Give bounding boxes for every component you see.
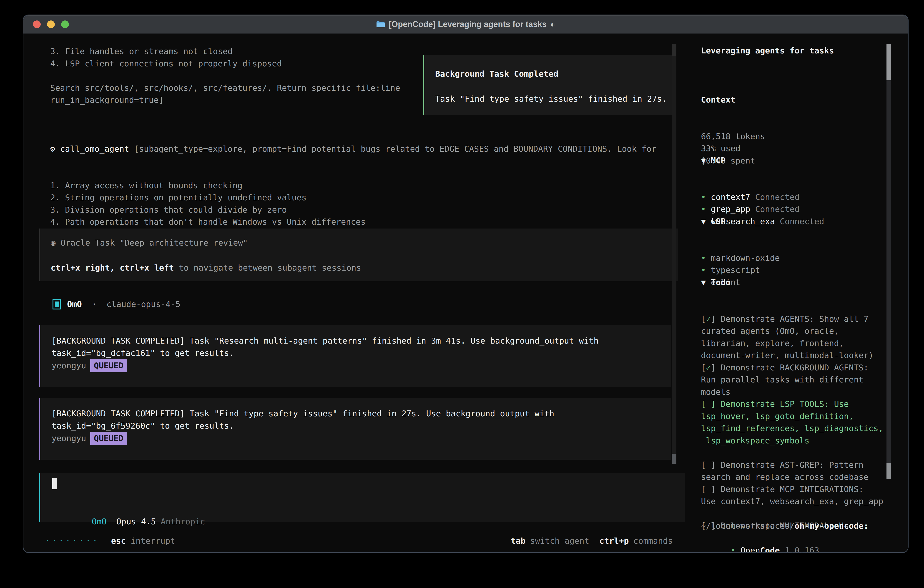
version-line: • OpenCode 1.0.163 <box>701 532 819 553</box>
app-version: 1.0.163 <box>785 546 819 553</box>
list-item: 3. Division operations that could divide… <box>50 204 657 216</box>
spinner-icon: ········ <box>45 535 99 547</box>
lsp-heading: LSP <box>711 217 726 226</box>
traffic-lights <box>33 15 69 33</box>
tool-call-header: ⚙ call_omo_agent [subagent_type=explore,… <box>50 143 657 155</box>
task-result-card: [BACKGROUND TASK COMPLETED] Task "Resear… <box>39 325 672 387</box>
todo-item-line: [✓] Demonstrate BACKGROUND AGENTS: <box>701 362 883 374</box>
main-scrollbar-thumb[interactable] <box>672 454 676 464</box>
todo-item-line: librarian, explore, frontend, <box>701 337 883 350</box>
minimize-button[interactable] <box>47 20 55 28</box>
todo-item-line: lsp_hover, lsp_goto_definition, <box>701 410 883 423</box>
subagent-nav-hint: ctrl+x right, ctrl+x left to navigate be… <box>51 262 678 274</box>
gear-icon: ⚙ <box>50 144 55 154</box>
list-item: 1. Array access without bounds checking <box>50 179 657 192</box>
terminal-content: 3. File handles or streams not closed4. … <box>23 34 908 552</box>
lsp-section-header[interactable]: ▼ LSP <box>701 215 780 228</box>
switch-agent-hint: tabswitch agent <box>511 535 589 547</box>
sidebar-session-title: Leveraging agents for tasks <box>701 45 834 57</box>
todo-item-line: [ ] Demonstrate AST-GREP: Pattern <box>701 459 883 471</box>
list-item <box>50 69 400 82</box>
titlebar[interactable]: [OpenCode] Leveraging agents for tasks ◐ <box>23 15 908 34</box>
todo-scrollbar-thumb[interactable] <box>886 463 891 479</box>
window-title: [OpenCode] Leveraging agents for tasks ◐ <box>376 20 555 29</box>
esc-key-hint: esc <box>111 535 126 547</box>
dot: · <box>92 298 97 311</box>
todo-item-line: [ ] Demonstrate MCP INTEGRATIONS: <box>701 483 883 496</box>
mcp-section-header[interactable]: ▼ MCP <box>701 154 824 167</box>
list-item: 4. LSP client connections not properly d… <box>50 58 400 70</box>
task-result-line2: task_id="bg_dcfac161" to get results. <box>52 347 672 359</box>
oracle-task-title: ◉ Oracle Task "Deep architecture review" <box>51 237 678 249</box>
prompt-input[interactable]: OmO Opus 4.5 Anthropic <box>39 473 685 522</box>
input-model-name: Opus 4.5 <box>116 517 156 526</box>
sidebar-scrollbar-thumb[interactable] <box>886 44 891 80</box>
status-bar: ········ esc interrupt tabswitch agent c… <box>45 535 673 547</box>
task-author: yeongyu <box>52 361 86 370</box>
list-item: 4. Path operations that don't handle Win… <box>50 216 657 228</box>
todo-item-line: lsp_workspace_symbols <box>701 434 883 447</box>
app-name-bold: Code <box>760 546 780 553</box>
sidebar-scrollbar[interactable] <box>886 44 891 479</box>
main-scrollbar[interactable] <box>672 44 676 464</box>
todo-item-line: [✓] Demonstrate AGENTS: Show all 7 <box>701 313 883 325</box>
task-result-line1: [BACKGROUND TASK COMPLETED] Task "Resear… <box>52 335 672 347</box>
esc-key-label: interrupt <box>131 535 175 547</box>
oracle-task-label: Oracle Task "Deep architecture review" <box>61 238 248 248</box>
scrollback-text: 3. File handles or streams not closed4. … <box>50 45 400 106</box>
context-heading: Context <box>701 94 765 106</box>
tool-args-start <box>129 144 134 154</box>
list-item: run_in_background=true] <box>50 94 400 106</box>
agent-name: OmO <box>67 298 82 311</box>
agent-icon <box>53 299 61 309</box>
background-task-toast: Background Task Completed Task "Find typ… <box>423 55 676 115</box>
main-scrollbar-segment <box>672 44 676 56</box>
todo-item-line: lsp_find_references, lsp_diagnostics, <box>701 422 883 434</box>
input-agent-name: OmO <box>92 517 106 526</box>
todo-heading: Todo <box>711 277 731 287</box>
todo-item-line <box>701 447 883 459</box>
list-item: 3. File handles or streams not closed <box>50 45 400 58</box>
task-author: yeongyu <box>52 434 86 443</box>
todo-item-line: document-writer, multimodal-looker) <box>701 349 883 362</box>
toast-body: Task "Find type safety issues" finished … <box>435 93 664 105</box>
status-badge: QUEUED <box>90 359 127 372</box>
separator-dot <box>82 298 92 311</box>
input-provider-name: Anthropic <box>161 517 205 526</box>
todo-item-line: curated agents (OmO, oracle, <box>701 325 883 337</box>
todo-section-header[interactable]: ▼ Todo <box>701 276 883 289</box>
oracle-task-card[interactable]: ◉ Oracle Task "Deep architecture review"… <box>39 228 678 281</box>
window-title-text: [OpenCode] Leveraging agents for tasks <box>389 20 546 29</box>
agent-header: OmO · claude-opus-4-5 <box>53 298 180 311</box>
agent-model: claude-opus-4-5 <box>106 298 180 311</box>
todo-item-line: models <box>701 386 883 398</box>
toast-title: Background Task Completed <box>435 68 664 80</box>
task-result-card: [BACKGROUND TASK COMPLETED] Task "Find t… <box>39 398 672 460</box>
chevron-down-icon: ▼ <box>701 156 706 165</box>
status-badge: QUEUED <box>90 432 127 445</box>
list-item: Search src/tools/, src/hooks/, src/featu… <box>50 82 400 94</box>
tool-args: [subagent_type=explore, prompt=Find pote… <box>134 144 657 154</box>
spacer <box>97 298 106 311</box>
task-result-line2: task_id="bg_6f59260c" to get results. <box>52 420 672 432</box>
bullet-icon: • <box>731 546 736 553</box>
todo-item-line: [ ] Demonstrate LSP TOOLS: Use <box>701 398 883 410</box>
zoom-button[interactable] <box>61 20 69 28</box>
commands-hint: ctrl+pcommands <box>599 535 673 547</box>
terminal-window: [OpenCode] Leveraging agents for tasks ◐… <box>23 15 909 553</box>
record-icon: ◉ <box>51 238 56 248</box>
app-name: Open <box>740 546 760 553</box>
model-indicator[interactable]: OmO Opus 4.5 Anthropic <box>52 503 205 540</box>
workspace-path: ~/local-workspaces/oh-my-opencode: <box>701 520 868 532</box>
tool-call-name <box>55 144 60 154</box>
task-result-line1: [BACKGROUND TASK COMPLETED] Task "Find t… <box>52 408 672 420</box>
chevron-down-icon: ▼ <box>701 277 706 287</box>
text-cursor <box>52 478 57 489</box>
mcp-heading: MCP <box>711 156 726 165</box>
hint-text: to navigate between subagent sessions <box>174 263 361 273</box>
close-button[interactable] <box>33 20 41 28</box>
chevron-down-icon: ▼ <box>701 217 706 226</box>
list-item: 2. String operations on potentially unde… <box>50 192 657 204</box>
todo-item-line: Run parallel tasks with different <box>701 373 883 386</box>
hint-keys: ctrl+x right, ctrl+x left <box>51 263 174 273</box>
